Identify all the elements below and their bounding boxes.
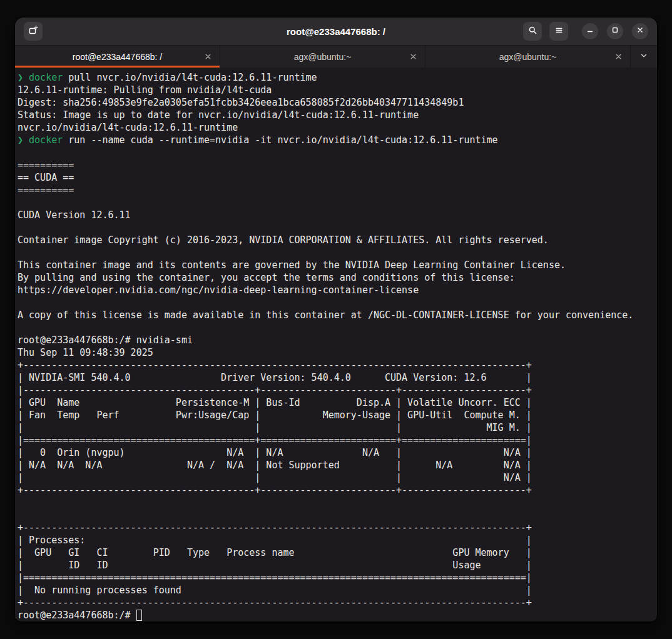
terminal-text-segment: docker <box>23 134 63 146</box>
tab-overflow-button[interactable] <box>631 46 657 68</box>
tab-bar: root@e233a447668b: / agx@ubuntu:~ agx@ub… <box>15 45 657 68</box>
terminal-text-segment: nvcr.io/nvidia/l4t-cuda:12.6.11-runtime <box>18 122 238 133</box>
terminal-text-segment: |=======================================… <box>18 572 532 583</box>
terminal-text-segment: 12.6.11-runtime: Pulling from nvidia/l4t… <box>18 84 272 96</box>
terminal-line: | NVIDIA-SMI 540.4.0 Driver Version: 540… <box>18 371 657 384</box>
terminal-line: | ID ID Usage | <box>18 559 657 571</box>
terminal-line: 12.6.11-runtime: Pulling from nvidia/l4t… <box>18 84 657 96</box>
maximize-button[interactable] <box>607 23 623 39</box>
terminal-line: ❯ docker pull nvcr.io/nvidia/l4t-cuda:12… <box>18 71 657 84</box>
tab-agx-ubuntu-1[interactable]: agx@ubuntu:~ <box>220 46 425 68</box>
terminal-line <box>18 496 657 509</box>
chevron-down-icon <box>639 51 648 63</box>
minimize-button[interactable] <box>582 23 598 39</box>
tab-label: agx@ubuntu:~ <box>499 52 557 62</box>
terminal-text-segment: root@e233a447668b:/# <box>18 610 136 621</box>
terminal-text-segment: This container image and its contents ar… <box>18 259 566 271</box>
new-tab-icon <box>28 25 38 38</box>
tab-close-button[interactable] <box>613 51 624 63</box>
terminal-text-segment: Status: Image is up to date for nvcr.io/… <box>18 109 419 121</box>
terminal-line: | | | N/A | <box>18 471 657 484</box>
terminal-line: +---------------------------------------… <box>18 484 657 496</box>
terminal-text-segment: A copy of this license is made available… <box>18 309 633 321</box>
search-icon <box>528 26 537 38</box>
search-button[interactable] <box>523 22 542 41</box>
tab-label: root@e233a447668b: / <box>73 52 162 62</box>
window-controls <box>582 23 648 39</box>
terminal-text-segment: ========== <box>18 184 74 196</box>
terminal-line: ========== <box>18 159 657 171</box>
menu-button[interactable] <box>549 22 568 41</box>
tab-close-button[interactable] <box>407 51 419 63</box>
terminal-text-segment: docker <box>23 72 63 83</box>
terminal-text-segment: ❯ <box>18 72 23 83</box>
terminal-text-segment: Container image Copyright (c) 2016-2023,… <box>18 234 549 246</box>
terminal-text-segment: | Fan Temp Perf Pwr:Usage/Cap | Memory-U… <box>18 410 532 421</box>
terminal-line <box>18 246 657 259</box>
new-tab-button[interactable] <box>24 22 43 41</box>
tab-label: agx@ubuntu:~ <box>294 52 352 62</box>
close-icon <box>636 26 644 37</box>
terminal-text-segment: run --name cuda --runtime=nvidia -it nvc… <box>63 134 497 146</box>
terminal-text-segment: == CUDA == <box>18 172 74 183</box>
terminal-line: | No running processes found | <box>18 584 657 596</box>
terminal-line: Container image Copyright (c) 2016-2023,… <box>18 234 657 246</box>
terminal-line: ========== <box>18 184 657 196</box>
hamburger-menu-icon <box>554 26 564 38</box>
close-icon <box>205 52 211 62</box>
terminal-line: | N/A N/A N/A N/A / N/A | Not Supported … <box>18 459 657 471</box>
titlebar: root@e233a447668b: / <box>15 18 657 45</box>
terminal-text-segment: | ID ID Usage | <box>18 560 532 571</box>
terminal-text-segment: ❯ <box>18 134 23 146</box>
terminal-text-segment: | GPU Name Persistence-M | Bus-Id Disp.A… <box>18 397 532 408</box>
terminal-text-segment: +---------------------------------------… <box>18 597 532 608</box>
terminal-window: root@e233a447668b: / <box>15 18 657 621</box>
terminal-text-segment: | N/A N/A N/A N/A / N/A | Not Supported … <box>18 460 532 471</box>
terminal-line: Status: Image is up to date for nvcr.io/… <box>18 109 657 121</box>
terminal-line <box>18 146 657 159</box>
terminal-line: +---------------------------------------… <box>18 359 657 371</box>
close-icon <box>615 52 622 62</box>
tab-close-button[interactable] <box>202 51 213 63</box>
maximize-icon <box>611 26 619 37</box>
window-title: root@e233a447668b: / <box>287 26 385 37</box>
terminal-text-segment: Thu Sep 11 09:48:39 2025 <box>18 347 153 358</box>
terminal-line <box>18 321 657 334</box>
terminal-text-segment: root@e233a447668b:/# nvidia-smi <box>18 335 193 346</box>
terminal-text-segment: |---------------------------------------… <box>18 385 532 396</box>
terminal-line: | 0 Orin (nvgpu) N/A | N/A N/A | N/A | <box>18 446 657 459</box>
terminal-text-segment: | 0 Orin (nvgpu) N/A | N/A N/A | N/A | <box>18 447 532 458</box>
tab-root-container[interactable]: root@e233a447668b: / <box>15 46 220 68</box>
terminal-line <box>18 196 657 209</box>
terminal-line: | Fan Temp Perf Pwr:Usage/Cap | Memory-U… <box>18 409 657 421</box>
close-icon <box>410 52 417 62</box>
terminal-line: |---------------------------------------… <box>18 384 657 396</box>
terminal-line: | GPU GI CI PID Type Process name GPU Me… <box>18 546 657 559</box>
terminal-text-segment: | No running processes found | <box>18 585 532 596</box>
terminal-line: nvcr.io/nvidia/l4t-cuda:12.6.11-runtime <box>18 121 657 134</box>
terminal-line: Thu Sep 11 09:48:39 2025 <box>18 346 657 359</box>
terminal-line: +---------------------------------------… <box>18 596 657 609</box>
terminal-line: | Processes: | <box>18 534 657 546</box>
terminal-text-segment: By pulling and using the container, you … <box>18 272 515 283</box>
terminal-line: | GPU Name Persistence-M | Bus-Id Disp.A… <box>18 396 657 409</box>
close-button[interactable] <box>632 23 648 39</box>
terminal-line: |=======================================… <box>18 434 657 446</box>
terminal-line: This container image and its contents ar… <box>18 259 657 271</box>
terminal-text-segment: https://developer.nvidia.com/ngc/nvidia-… <box>18 284 419 296</box>
terminal-line: |=======================================… <box>18 571 657 584</box>
terminal-text-segment: Digest: sha256:49853e9fe2a0305efa51fcbb3… <box>18 97 464 108</box>
terminal-text-segment: +---------------------------------------… <box>18 485 532 496</box>
tab-agx-ubuntu-2[interactable]: agx@ubuntu:~ <box>425 46 631 68</box>
minimize-icon <box>586 26 594 37</box>
terminal-output[interactable]: ❯ docker pull nvcr.io/nvidia/l4t-cuda:12… <box>15 68 657 621</box>
terminal-line <box>18 221 657 234</box>
terminal-line: Digest: sha256:49853e9fe2a0305efa51fcbb3… <box>18 96 657 109</box>
terminal-line: A copy of this license is made available… <box>18 309 657 321</box>
terminal-line: CUDA Version 12.6.11 <box>18 209 657 221</box>
terminal-line: +---------------------------------------… <box>18 521 657 534</box>
terminal-text-segment: | | | MIG M. | <box>18 422 532 433</box>
terminal-line: ❯ docker run --name cuda --runtime=nvidi… <box>18 134 657 146</box>
terminal-text-segment: | GPU GI CI PID Type Process name GPU Me… <box>18 547 532 558</box>
terminal-text-segment: | NVIDIA-SMI 540.4.0 Driver Version: 540… <box>18 372 532 383</box>
